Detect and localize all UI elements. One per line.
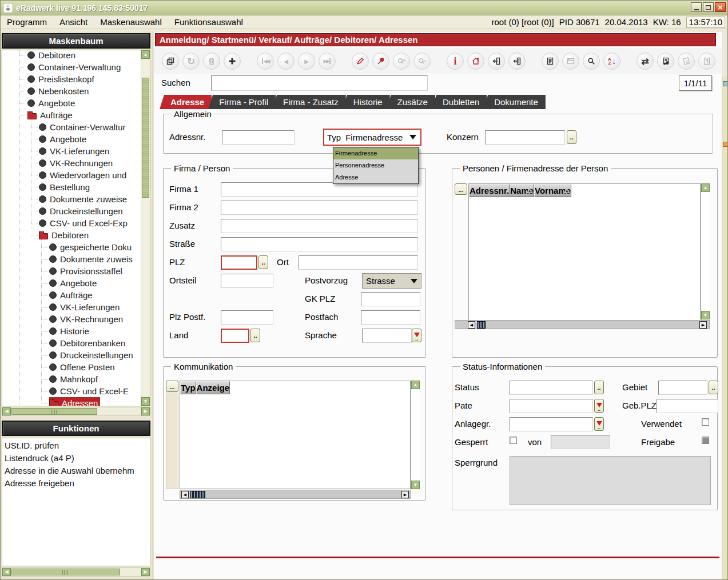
sprache-dropdown-button[interactable] xyxy=(412,329,421,342)
tab[interactable]: Adresse xyxy=(160,95,212,109)
ort-input[interactable] xyxy=(299,255,418,270)
plzpostf-input[interactable] xyxy=(221,310,273,325)
tab[interactable]: Firma - Zusatz xyxy=(272,95,346,109)
funktionen-hscroll-thumb[interactable] xyxy=(11,569,120,575)
gkplz-input[interactable] xyxy=(361,292,420,306)
gebiet-input[interactable] xyxy=(658,381,707,395)
scroll-left-icon[interactable]: ◀ xyxy=(2,407,11,415)
plz-browse-button[interactable] xyxy=(258,255,268,269)
scroll-up-icon[interactable]: ▲ xyxy=(701,183,710,192)
menu-maskenauswahl[interactable]: Maskenauswahl xyxy=(94,17,168,27)
tree-scroll-thumb[interactable] xyxy=(142,78,149,198)
strasse-input[interactable] xyxy=(221,237,418,251)
gesperrt-checkbox[interactable] xyxy=(510,437,517,444)
tree-item[interactable]: Offene Posten xyxy=(2,361,140,373)
tree-hscroll-thumb[interactable] xyxy=(11,408,97,415)
funktion-item[interactable]: Adresse freigeben xyxy=(5,477,150,490)
status-input[interactable] xyxy=(510,381,593,395)
postvorzug-combobox[interactable]: Strasse xyxy=(362,273,421,289)
scroll-down-icon[interactable]: ▼ xyxy=(701,311,710,319)
gebiet-browse-button[interactable] xyxy=(709,381,718,394)
personen-table-body[interactable] xyxy=(469,197,700,329)
tree-item[interactable]: Debitoren xyxy=(2,50,140,61)
tree-item[interactable]: Druckeinstellungen xyxy=(2,205,140,217)
konzern-input[interactable] xyxy=(485,130,565,145)
sort-az-button[interactable] xyxy=(603,53,620,70)
tree-vertical-scrollbar[interactable]: ▲ ▼ xyxy=(141,50,150,406)
scroll-right-icon[interactable]: ▶ xyxy=(141,407,150,415)
scroll-left-icon[interactable]: ◀ xyxy=(468,321,475,329)
scroll-left-icon[interactable]: ◀ xyxy=(181,491,189,498)
typ-combobox[interactable]: Firmenadresse xyxy=(345,130,420,145)
kommunikation-horizontal-scrollbar[interactable]: ◀ ▶ xyxy=(180,490,411,499)
sprache-input[interactable] xyxy=(362,329,412,343)
funktion-item[interactable]: USt.ID. prüfen xyxy=(5,439,150,452)
tree-item[interactable]: Historie xyxy=(2,325,140,337)
tree-item[interactable]: CSV- und Excel-Exp xyxy=(2,217,140,229)
document-settings-button[interactable] xyxy=(657,53,674,70)
status-browse-button[interactable] xyxy=(594,381,604,394)
zusatz-input[interactable] xyxy=(221,219,418,233)
menu-ansicht[interactable]: Ansicht xyxy=(53,17,94,27)
typ-dropdown-option[interactable]: Firmenadresse xyxy=(333,147,418,159)
kommunikation-vertical-scrollbar[interactable]: ▲ ▼ xyxy=(411,381,420,489)
scroll-left-icon[interactable]: ◀ xyxy=(2,568,11,576)
restore-button[interactable] xyxy=(703,2,714,12)
copy-window-button[interactable] xyxy=(162,53,179,70)
personen-hscroll-thumb[interactable] xyxy=(477,321,486,329)
personen-browse-button[interactable] xyxy=(455,183,467,195)
land-browse-button[interactable] xyxy=(250,329,260,342)
tab[interactable]: Dubletten xyxy=(432,95,487,109)
firma1-input[interactable] xyxy=(221,182,418,197)
tree-item[interactable]: Debitoren xyxy=(2,229,140,241)
funktion-item[interactable]: Listendruck (a4 P) xyxy=(5,452,150,465)
tab[interactable]: Historie xyxy=(343,95,390,109)
typ-field[interactable]: Typ Firmenadresse xyxy=(323,129,421,146)
scroll-right-icon[interactable]: ▶ xyxy=(401,491,409,498)
tree-item[interactable]: Debitorenbanken xyxy=(2,337,140,349)
tree-item[interactable]: Angebote xyxy=(2,97,140,109)
personen-column-header[interactable]: Name xyxy=(510,184,534,197)
tree-item[interactable]: Bestellung xyxy=(2,181,140,193)
transfer-button[interactable] xyxy=(636,53,654,70)
scroll-up-icon[interactable]: ▲ xyxy=(411,381,420,389)
tree-item[interactable]: Angebote xyxy=(2,133,140,145)
tree-item[interactable]: Angebote xyxy=(2,277,140,289)
funktionen-horizontal-scrollbar[interactable]: ◀ ▶ xyxy=(2,567,150,577)
tree-item[interactable]: Mahnkopf xyxy=(2,373,140,385)
menu-funktionsauswahl[interactable]: Funktionsauswahl xyxy=(168,17,249,27)
tree-item[interactable]: VK-Rechnungen xyxy=(2,313,140,325)
tree-item[interactable]: VK-Lieferungen xyxy=(2,145,140,157)
tree-item[interactable]: gespeicherte Doku xyxy=(2,241,140,253)
adressnr-input[interactable] xyxy=(222,130,295,145)
stripe-marker-teal[interactable] xyxy=(723,81,728,86)
minimize-button[interactable] xyxy=(691,2,702,12)
funktion-item[interactable]: Adresse in die Auswahl übernehm xyxy=(5,465,150,477)
verwendet-checkbox[interactable] xyxy=(702,418,709,426)
personen-column-header[interactable]: Adressnr. xyxy=(469,184,510,197)
anlagegr-input[interactable] xyxy=(510,417,593,431)
pin-button[interactable] xyxy=(372,53,389,70)
home-button[interactable] xyxy=(467,53,484,70)
anlagegr-dropdown-button[interactable] xyxy=(594,417,604,431)
tab[interactable]: Firma - Profil xyxy=(208,95,276,109)
exit-mask-button[interactable] xyxy=(508,53,526,70)
gebplz-input[interactable] xyxy=(657,399,718,413)
tree-item[interactable]: Aufträge xyxy=(2,109,140,121)
tree-item[interactable]: Provisionsstaffel xyxy=(2,265,140,277)
land-input[interactable] xyxy=(221,329,249,343)
tree-item[interactable]: CSV- und Excel-E xyxy=(2,385,140,397)
search-button[interactable] xyxy=(583,53,600,70)
plz-input[interactable] xyxy=(221,255,257,270)
tree-item[interactable]: Dokumente zuweis xyxy=(2,253,140,265)
kommunikation-column-header[interactable]: Anzeige xyxy=(196,381,230,394)
exit-record-button[interactable] xyxy=(488,53,505,70)
scroll-right-icon[interactable]: ▶ xyxy=(699,321,707,329)
error-stripe[interactable] xyxy=(722,77,728,580)
search-input[interactable] xyxy=(211,75,428,91)
kommunikation-hscroll-thumb[interactable] xyxy=(190,491,205,498)
tree-horizontal-scrollbar[interactable]: ◀ ▶ xyxy=(2,407,150,416)
add-button[interactable] xyxy=(224,53,241,70)
pate-input[interactable] xyxy=(510,399,593,413)
tab[interactable]: Dokumente xyxy=(483,95,546,109)
